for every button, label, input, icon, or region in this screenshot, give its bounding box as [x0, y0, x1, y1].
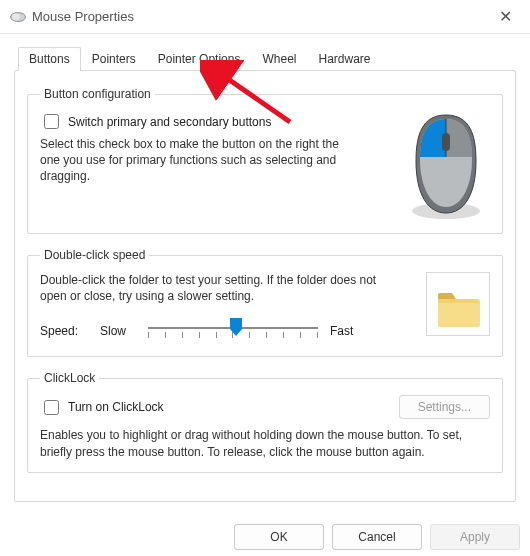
tab-pointer-options[interactable]: Pointer Options	[147, 47, 252, 71]
group-clicklock: ClickLock Turn on ClickLock Settings... …	[27, 371, 503, 472]
switch-buttons-checkbox[interactable]	[44, 114, 59, 129]
apply-button[interactable]: Apply	[430, 524, 520, 550]
switch-buttons-description: Select this check box to make the button…	[40, 136, 340, 185]
tab-strip: Buttons Pointers Pointer Options Wheel H…	[18, 46, 516, 70]
tab-pointers[interactable]: Pointers	[81, 47, 147, 71]
slow-label: Slow	[100, 324, 136, 338]
fast-label: Fast	[330, 324, 366, 338]
mouse-app-icon	[10, 11, 26, 23]
svg-point-1	[12, 13, 20, 20]
ok-button[interactable]: OK	[234, 524, 324, 550]
dialog-footer: OK Cancel Apply	[234, 524, 520, 550]
group-double-click-speed: Double-click speed Double-click the fold…	[27, 248, 503, 357]
group-legend: Double-click speed	[40, 248, 149, 262]
clicklock-settings-button: Settings...	[399, 395, 490, 419]
window-title: Mouse Properties	[32, 9, 134, 24]
clicklock-checkbox[interactable]	[44, 400, 59, 415]
clicklock-label: Turn on ClickLock	[68, 400, 164, 414]
group-legend: Button configuration	[40, 87, 155, 101]
switch-buttons-label: Switch primary and secondary buttons	[68, 115, 271, 129]
folder-icon	[436, 291, 480, 329]
close-button[interactable]: ✕	[490, 7, 520, 26]
tab-panel-buttons: Button configuration Switch primary and …	[14, 70, 516, 502]
double-click-description: Double-click the folder to test your set…	[40, 272, 380, 304]
group-legend: ClickLock	[40, 371, 99, 385]
tab-buttons[interactable]: Buttons	[18, 47, 81, 71]
tab-hardware[interactable]: Hardware	[307, 47, 381, 71]
mouse-illustration	[402, 111, 490, 221]
svg-rect-4	[442, 133, 450, 151]
speed-label: Speed:	[40, 324, 88, 338]
slider-thumb-icon	[229, 317, 243, 337]
titlebar: Mouse Properties ✕	[0, 0, 530, 34]
cancel-button[interactable]: Cancel	[332, 524, 422, 550]
double-click-test-folder[interactable]	[426, 272, 490, 336]
group-button-configuration: Button configuration Switch primary and …	[27, 87, 503, 234]
clicklock-description: Enables you to highlight or drag without…	[40, 427, 490, 459]
speed-slider[interactable]	[148, 318, 318, 344]
tab-wheel[interactable]: Wheel	[251, 47, 307, 71]
